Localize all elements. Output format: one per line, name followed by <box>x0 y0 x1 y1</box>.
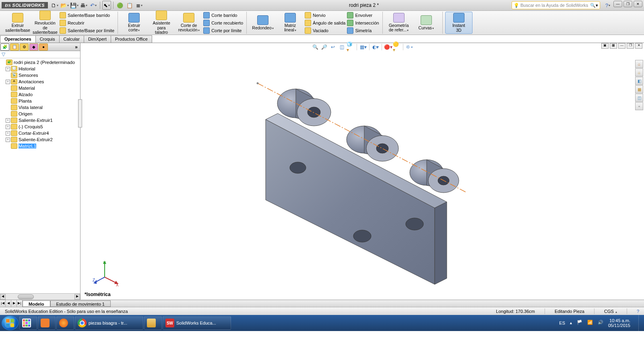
section-view-icon[interactable]: ◫ <box>338 43 346 51</box>
tree-item[interactable]: +Saliente-Extruir1 <box>0 117 80 123</box>
help-button[interactable]: ?▾ <box>603 1 612 10</box>
scroll-left-icon[interactable]: ◀ <box>0 294 6 300</box>
open-file-button[interactable]: 📂▾ <box>60 1 69 10</box>
select-button[interactable]: ⬉▾ <box>102 1 111 10</box>
tray-flag-icon[interactable]: 🏳️ <box>577 320 583 326</box>
rib-button[interactable]: Nervio <box>304 12 346 19</box>
minimize-button[interactable]: — <box>613 1 622 7</box>
taskpane-view-icon[interactable]: ◫ <box>635 94 643 102</box>
help-search-input[interactable]: 💡 Buscar en la Ayuda de SolidWorks 🔍▾ <box>512 1 600 9</box>
display-style-icon[interactable]: ▦▾ <box>359 43 367 51</box>
expand-icon[interactable]: + <box>6 80 10 84</box>
taskbar-firefox-button[interactable] <box>56 316 74 330</box>
tray-network-icon[interactable]: 📶 <box>587 320 594 326</box>
close-button[interactable]: ✕ <box>634 1 642 7</box>
taskpane-library-icon[interactable]: ◧ <box>635 77 643 85</box>
status-units[interactable]: CGS ▴ <box>602 309 619 314</box>
tab-calcular[interactable]: Calcular <box>59 35 84 43</box>
revolve-cut-button[interactable]: Corte de revolución▾ <box>175 12 202 33</box>
tab-dimxpert[interactable]: DimXpert <box>84 35 111 43</box>
extrude-boss-button[interactable]: Extruir saliente/base <box>4 12 31 33</box>
restore-button[interactable]: ❐ <box>623 1 632 7</box>
tray-expand-icon[interactable]: ▲ <box>569 321 573 325</box>
expand-icon[interactable]: + <box>6 118 10 123</box>
view-triad[interactable]: Y X Z <box>93 259 121 288</box>
taskbar-explorer-button[interactable] <box>144 316 162 330</box>
panel-splitter-handle[interactable] <box>78 99 82 128</box>
rebuild-button[interactable]: 🟢 <box>116 1 124 10</box>
tree-filter-bar[interactable]: ▽ <box>0 51 80 58</box>
draft-button[interactable]: Ángulo de salida <box>304 19 346 27</box>
tree-scrollbar[interactable]: ◀ ▶ <box>0 293 80 300</box>
expand-icon[interactable]: + <box>6 131 10 136</box>
tree-item[interactable]: +(-) Croquis5 <box>0 123 80 130</box>
tab-nav-first-icon[interactable]: |◀ <box>0 300 6 307</box>
boundary-boss-button[interactable]: Saliente/Base por límite <box>59 27 115 34</box>
show-desktop-button[interactable] <box>638 315 642 331</box>
hide-show-icon[interactable]: ◐▾ <box>372 43 380 51</box>
expand-icon[interactable]: + <box>6 138 10 142</box>
intersect-button[interactable]: Intersección <box>346 19 380 27</box>
hole-wizard-button[interactable]: Asistente para taladro <box>148 10 175 36</box>
tree-item[interactable]: MatrizL1 <box>0 143 80 149</box>
revolve-boss-button[interactable]: Revolución de saliente/base <box>31 10 59 36</box>
doc-cascade-button[interactable]: ▦ <box>610 43 617 49</box>
taskbar-solidworks-window[interactable]: SW SolidWorks Educa... <box>163 316 231 330</box>
tree-item[interactable]: Material <box>0 85 80 91</box>
wrap-button[interactable]: Envolver <box>346 12 380 19</box>
mirror-button[interactable]: Simetría <box>346 27 380 34</box>
taskpane-appearance-icon[interactable]: ▫ <box>635 102 643 110</box>
scroll-right-icon[interactable]: ▶ <box>74 294 80 300</box>
view-settings-icon[interactable]: ⛭▾ <box>405 43 413 51</box>
swept-cut-button[interactable]: Corte barrido <box>202 12 244 19</box>
tab-nav-next-icon[interactable]: ▶ <box>11 300 17 307</box>
tree-item[interactable]: Planta <box>0 98 80 104</box>
tray-volume-icon[interactable]: 🔊 <box>598 320 604 326</box>
undo-button[interactable]: ↶▾ <box>89 1 98 10</box>
new-file-button[interactable]: 🗋▾ <box>50 1 59 10</box>
taskpane-resources-icon[interactable]: ⌂ <box>635 68 643 76</box>
appearance-icon[interactable]: 🔴▾ <box>384 43 392 51</box>
search-icon[interactable]: 🔍▾ <box>590 3 598 8</box>
status-help-icon[interactable]: ? <box>634 309 642 314</box>
model-tab[interactable]: Modelo <box>23 300 50 307</box>
dimxpert-tab-icon[interactable]: ◆ <box>29 43 38 51</box>
expand-icon[interactable]: + <box>6 67 10 71</box>
instant-3d-button[interactable]: Instant 3D <box>445 12 473 34</box>
doc-tile-button[interactable]: ▣ <box>601 43 609 49</box>
lofted-boss-button[interactable]: Recubrir <box>59 19 115 27</box>
swept-boss-button[interactable]: Saliente/Base barrido <box>59 12 115 19</box>
linear-pattern-button[interactable]: Matriz lineal▾ <box>277 12 304 33</box>
display-tab-icon[interactable]: ● <box>39 43 48 51</box>
save-button[interactable]: 💾▾ <box>70 1 78 10</box>
expand-icon[interactable]: + <box>6 125 10 129</box>
print-button[interactable]: 🖶▾ <box>79 1 88 10</box>
tray-clock[interactable]: 10:45 a.m. 05/11/2015 <box>608 318 632 328</box>
boundary-cut-button[interactable]: Corte por límite <box>202 27 244 34</box>
tree-root[interactable]: 🧩rodri pieza 2 (Predeterminado <box>0 59 80 66</box>
taskpane-home-icon[interactable]: ⌂ <box>635 60 643 68</box>
tab-nav-last-icon[interactable]: ▶| <box>17 300 23 307</box>
tab-productos-office[interactable]: Productos Office <box>111 35 152 43</box>
view-orientation-icon[interactable]: 🧊▾ <box>347 43 355 51</box>
tree-item[interactable]: +Cortar-Extruir4 <box>0 130 80 136</box>
doc-close-button[interactable]: ✕ <box>635 43 642 49</box>
taskbar-apps-button[interactable] <box>19 316 37 330</box>
tree-item[interactable]: +🕓Historial <box>0 66 80 72</box>
doc-minimize-button[interactable]: — <box>618 43 625 49</box>
start-button[interactable] <box>2 316 19 330</box>
scene-icon[interactable]: 🟡▾ <box>393 43 401 51</box>
shell-button[interactable]: Vaciado <box>304 27 346 34</box>
taskbar-media-button[interactable] <box>38 316 56 330</box>
tree-item[interactable]: +Saliente-Extruir2 <box>0 136 80 143</box>
tree-item[interactable]: +AAnotaciones <box>0 78 80 85</box>
tray-language[interactable]: ES <box>559 321 565 325</box>
taskpane-explorer-icon[interactable]: ▦ <box>635 85 643 93</box>
feature-tree-tab-icon[interactable]: 🧩 <box>0 43 9 51</box>
options-button[interactable]: 📋 <box>125 1 134 10</box>
zoom-area-icon[interactable]: 🔎 <box>320 43 328 51</box>
scroll-thumb[interactable] <box>18 294 34 299</box>
motion-study-tab[interactable]: Estudio de movimiento 1 <box>50 300 111 307</box>
tree-item[interactable]: Vista lateral <box>0 104 80 111</box>
tree-item[interactable]: Origen <box>0 111 80 117</box>
